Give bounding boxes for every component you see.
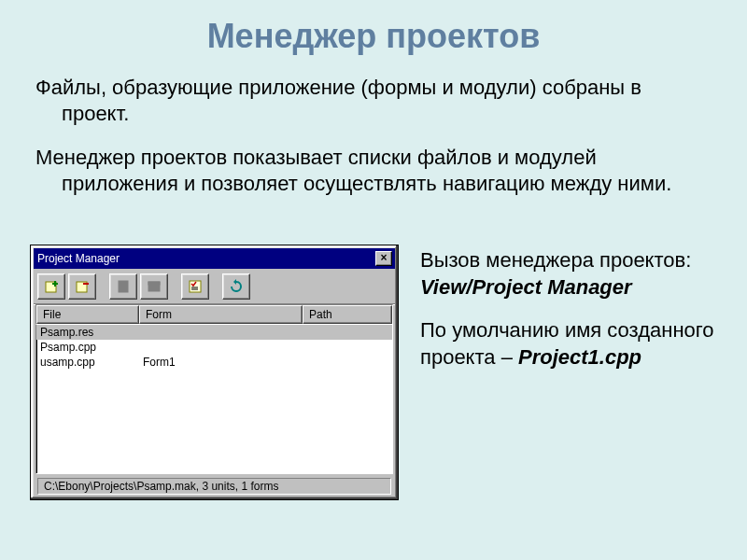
- slide-title: Менеджер проектов: [0, 0, 747, 56]
- form-cell: [139, 325, 303, 340]
- form-cell: [139, 340, 303, 355]
- checklist-icon: [188, 279, 203, 294]
- view-unit-button[interactable]: [109, 273, 137, 300]
- close-button[interactable]: ×: [375, 251, 392, 266]
- file-cell: Psamp.res: [36, 325, 139, 340]
- col-header-form[interactable]: Form: [139, 305, 303, 324]
- paragraph-1: Файлы, образующие приложение (формы и мо…: [35, 75, 712, 126]
- view-form-button[interactable]: [140, 273, 168, 300]
- add-icon: [43, 278, 60, 295]
- col-header-path[interactable]: Path: [303, 305, 392, 324]
- remove-unit-button[interactable]: [68, 273, 96, 300]
- add-unit-button[interactable]: [37, 273, 65, 300]
- statusbar: C:\Ebony\Projects\Psamp.mak, 3 units, 1 …: [34, 476, 395, 497]
- svg-rect-10: [148, 282, 160, 285]
- col-header-file[interactable]: File: [36, 305, 139, 324]
- options-button[interactable]: [181, 273, 209, 300]
- remove-icon: [74, 278, 91, 295]
- update-button[interactable]: [222, 273, 250, 300]
- close-icon: ×: [380, 251, 387, 264]
- list-item[interactable]: Psamp.res: [36, 325, 392, 340]
- call-path: View/Project Manager: [420, 275, 632, 299]
- file-cell: usamp.cpp: [36, 355, 139, 370]
- path-cell: [303, 325, 392, 340]
- unit-icon: [116, 279, 131, 294]
- side-notes: Вызов менеджера проектов: View/Project M…: [420, 247, 719, 387]
- column-headers: File Form Path: [35, 304, 393, 325]
- path-cell: [303, 355, 392, 370]
- refresh-icon: [229, 279, 244, 294]
- list-item[interactable]: Psamp.cpp: [36, 340, 392, 355]
- file-list[interactable]: Psamp.res Psamp.cpp usamp.cpp Form1: [35, 325, 393, 474]
- default-name: Project1.cpp: [518, 345, 641, 369]
- form-icon: [147, 279, 162, 294]
- form-cell: Form1: [139, 355, 303, 370]
- titlebar[interactable]: Project Manager ×: [34, 248, 395, 269]
- list-item[interactable]: usamp.cpp Form1: [36, 355, 392, 370]
- call-label: Вызов менеджера проектов:: [420, 248, 691, 272]
- path-cell: [303, 340, 392, 355]
- paragraph-2: Менеджер проектов показывает списки файл…: [35, 145, 712, 196]
- status-text: C:\Ebony\Projects\Psamp.mak, 3 units, 1 …: [37, 478, 391, 495]
- project-manager-window: Project Manager ×: [30, 245, 399, 500]
- file-cell: Psamp.cpp: [36, 340, 139, 355]
- window-title: Project Manager: [37, 252, 375, 265]
- toolbar: [34, 269, 395, 304]
